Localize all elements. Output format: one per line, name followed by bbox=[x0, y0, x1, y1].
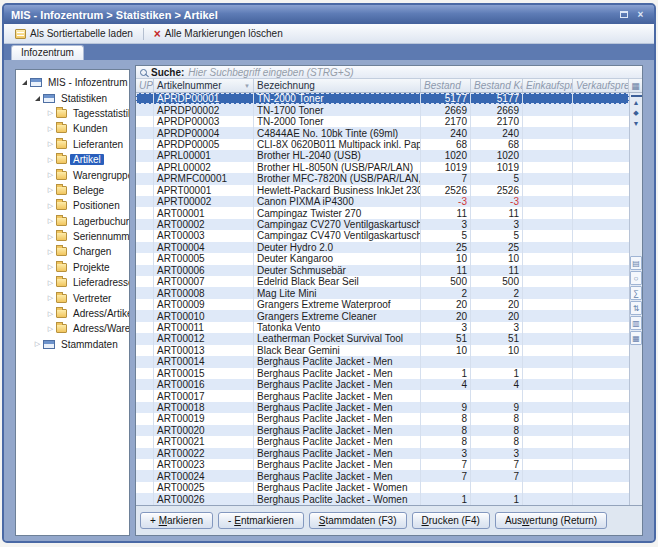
table-row[interactable]: ART00025Berghaus Paclite Jacket - Women bbox=[136, 482, 629, 493]
tree-item-kunden[interactable]: Kunden bbox=[16, 121, 129, 136]
table-row[interactable]: APRL00002Brother HL-8050N (USB/PAR/LAN)1… bbox=[136, 162, 629, 173]
expand-arrow-icon[interactable] bbox=[46, 156, 55, 164]
tree-item-adress-artikel[interactable]: Adress/Artikel bbox=[16, 306, 129, 321]
table-row[interactable]: APRDP00003TN-2000 Toner21702170 bbox=[136, 116, 629, 127]
expand-arrow-icon[interactable] bbox=[46, 248, 55, 256]
clear-marks-button[interactable]: × Alle Markierungen löschen bbox=[149, 27, 288, 40]
column-header-up[interactable]: UP bbox=[136, 79, 154, 92]
column-header-bestand[interactable]: Bestand bbox=[421, 79, 471, 92]
stammdaten-button[interactable]: Stammdaten (F3) bbox=[309, 512, 407, 529]
table-row[interactable]: APRDP00001TN-2000 Toner51775177 bbox=[136, 93, 629, 104]
table-row[interactable]: ART00023Berghaus Paclite Jacket - Men77 bbox=[136, 459, 629, 470]
export-icon[interactable]: ▤ bbox=[630, 256, 642, 270]
table-row[interactable]: ART00005Deuter Kangaroo1010 bbox=[136, 253, 629, 264]
table-row[interactable]: ART00022Berghaus Paclite Jacket - Men33 bbox=[136, 448, 629, 459]
collapse-arrow-icon[interactable] bbox=[33, 96, 42, 101]
restore-icon[interactable] bbox=[617, 9, 630, 21]
column-header-einkaufspreis[interactable]: Einkaufspreis bbox=[523, 79, 573, 92]
columns-icon[interactable]: ▥ bbox=[630, 316, 642, 330]
expand-arrow-icon[interactable] bbox=[46, 263, 55, 271]
tree-item-warengruppen[interactable]: Warengruppen bbox=[16, 167, 129, 182]
search-icon[interactable]: ○ bbox=[630, 271, 642, 285]
table-row[interactable]: APRDP00005CLI-8X 0620B011 Multipack inkl… bbox=[136, 139, 629, 150]
table-row[interactable]: ART00009Grangers Extreme Waterproof2020 bbox=[136, 299, 629, 310]
tab-infozentrum[interactable]: Infozentrum bbox=[11, 45, 84, 60]
close-icon[interactable]: × bbox=[634, 9, 647, 21]
tree-item-artikel[interactable]: Artikel bbox=[16, 152, 129, 167]
tree-item-projekte[interactable]: Projekte bbox=[16, 260, 129, 275]
table-row[interactable]: APRMFC00001Brother MFC-7820N (USB/PAR/LA… bbox=[136, 173, 629, 184]
drucken-button[interactable]: Drucken (F4) bbox=[412, 512, 490, 529]
expand-arrow-icon[interactable] bbox=[46, 233, 55, 241]
column-header-artikelnummer[interactable]: Artikelnummer ▼ bbox=[154, 79, 254, 92]
table-row[interactable]: ART00002Campingaz CV270 Ventilgaskartusc… bbox=[136, 219, 629, 230]
table-row[interactable]: ART00020Berghaus Paclite Jacket - Men88 bbox=[136, 425, 629, 436]
table-row[interactable]: ART00004Deuter Hydro 2.02525 bbox=[136, 242, 629, 253]
load-sort-table-button[interactable]: Als Sortiertabelle laden bbox=[10, 27, 138, 40]
expand-arrow-icon[interactable] bbox=[46, 171, 55, 179]
column-header-bezeichnung[interactable]: Bezeichnung bbox=[254, 79, 421, 92]
table-row[interactable]: ART00017Berghaus Paclite Jacket - Men bbox=[136, 390, 629, 401]
sort-icon[interactable]: ⇅ bbox=[630, 301, 642, 315]
tree-item-tagesstatistik[interactable]: Tagesstatistik bbox=[16, 106, 129, 121]
table-row[interactable]: ART00010Grangers Extreme Cleaner2020 bbox=[136, 310, 629, 321]
table-row[interactable]: ART00018Berghaus Paclite Jacket - Men99 bbox=[136, 402, 629, 413]
table-row[interactable]: ART00001Campingaz Twister 2701111 bbox=[136, 207, 629, 218]
markieren-button[interactable]: + Markieren bbox=[140, 512, 213, 529]
table-row[interactable]: ART00003Campingaz CV470 Ventilgaskartusc… bbox=[136, 230, 629, 241]
scroll-marker-icon[interactable]: ◆ bbox=[631, 107, 642, 118]
expand-arrow-icon[interactable] bbox=[46, 325, 55, 333]
tree-item-lieferadressen[interactable]: Lieferadressen bbox=[16, 275, 129, 290]
table-row[interactable]: APRT00002Canon PIXMA iP4300-3-3 bbox=[136, 196, 629, 207]
tree-item-belege[interactable]: Belege bbox=[16, 183, 129, 198]
scroll-to-top-icon[interactable]: ▲ bbox=[631, 95, 642, 107]
tree-item-lieferanten[interactable]: Lieferanten bbox=[16, 137, 129, 152]
table-row[interactable]: ART00021Berghaus Paclite Jacket - Men88 bbox=[136, 436, 629, 447]
expand-arrow-icon[interactable] bbox=[46, 217, 55, 225]
tree-item-mis-infozentrum[interactable]: MIS - Infozentrum bbox=[16, 75, 129, 90]
expand-arrow-icon[interactable] bbox=[46, 109, 55, 117]
table-row[interactable]: ART00026Berghaus Paclite Jacket - Women1… bbox=[136, 493, 629, 504]
expand-arrow-icon[interactable] bbox=[46, 140, 55, 148]
table-row[interactable]: ART00011Tatonka Vento33 bbox=[136, 322, 629, 333]
search-input[interactable]: Hier Suchbegriff eingeben (STRG+S) bbox=[188, 67, 353, 78]
table-row[interactable]: ART00007Edelrid Black Bear Seil500500 bbox=[136, 276, 629, 287]
sum-icon[interactable]: ∑ bbox=[630, 286, 642, 300]
tree-item-stammdaten[interactable]: Stammdaten bbox=[16, 337, 129, 352]
table-row[interactable]: ART00013Black Bear Gemini1010 bbox=[136, 345, 629, 356]
expand-arrow-icon[interactable] bbox=[46, 125, 55, 133]
entmarkieren-button[interactable]: - Entmarkieren bbox=[218, 512, 304, 529]
column-chooser-icon[interactable]: ▦ bbox=[628, 79, 642, 92]
scroll-down-icon[interactable]: ▼ bbox=[631, 118, 642, 129]
table-row[interactable]: ART00006Deuter Schmusebär1111 bbox=[136, 265, 629, 276]
table-row[interactable]: APRL00001Brother HL-2040 (USB)10201020 bbox=[136, 150, 629, 161]
expand-arrow-icon[interactable] bbox=[46, 186, 55, 194]
layout-icon[interactable]: ▦ bbox=[630, 331, 642, 345]
vertical-scrollbar[interactable]: ▲◆▼ ▤○∑⇅▥▦ bbox=[629, 93, 642, 505]
tree-item-positionen[interactable]: Positionen bbox=[16, 198, 129, 213]
tree-item-adress-warengruppen[interactable]: Adress/Warengruppen bbox=[16, 321, 129, 336]
table-row[interactable]: ART00016Berghaus Paclite Jacket - Men44 bbox=[136, 379, 629, 390]
expand-arrow-icon[interactable] bbox=[33, 340, 42, 348]
collapse-arrow-icon[interactable] bbox=[20, 80, 29, 85]
table-row[interactable]: APRT00001Hewlett-Packard Business InkJet… bbox=[136, 185, 629, 196]
table-row[interactable]: ART00008Mag Lite Mini22 bbox=[136, 287, 629, 298]
tree-item-vertreter[interactable]: Vertreter bbox=[16, 290, 129, 305]
table-row[interactable]: APRDP00004C4844AE No. 10bk Tinte (69ml)2… bbox=[136, 127, 629, 138]
auswertung-button[interactable]: Auswertung (Return) bbox=[495, 512, 607, 529]
column-header-verkaufspreis[interactable]: Verkaufsprei bbox=[573, 79, 628, 92]
table-row[interactable]: ART00019Berghaus Paclite Jacket - Men88 bbox=[136, 413, 629, 424]
tree-item-chargen[interactable]: Chargen bbox=[16, 244, 129, 259]
tree-item-statistiken[interactable]: Statistiken bbox=[16, 90, 129, 105]
tree-item-seriennummern[interactable]: Seriennummern bbox=[16, 229, 129, 244]
tree-item-lagerbuchungen[interactable]: Lagerbuchungen bbox=[16, 214, 129, 229]
table-row[interactable]: ART00012Leatherman Pocket Survival Tool5… bbox=[136, 333, 629, 344]
table-row[interactable]: ART00024Berghaus Paclite Jacket - Men77 bbox=[136, 470, 629, 481]
expand-arrow-icon[interactable] bbox=[46, 310, 55, 318]
table-row[interactable]: ART00014Berghaus Paclite Jacket - Men bbox=[136, 356, 629, 367]
expand-arrow-icon[interactable] bbox=[46, 279, 55, 287]
column-header-bestand-kalk[interactable]: Bestand Kalk.. bbox=[471, 79, 523, 92]
expand-arrow-icon[interactable] bbox=[46, 294, 55, 302]
expand-arrow-icon[interactable] bbox=[46, 202, 55, 210]
table-row[interactable]: ART00015Berghaus Paclite Jacket - Men11 bbox=[136, 368, 629, 379]
